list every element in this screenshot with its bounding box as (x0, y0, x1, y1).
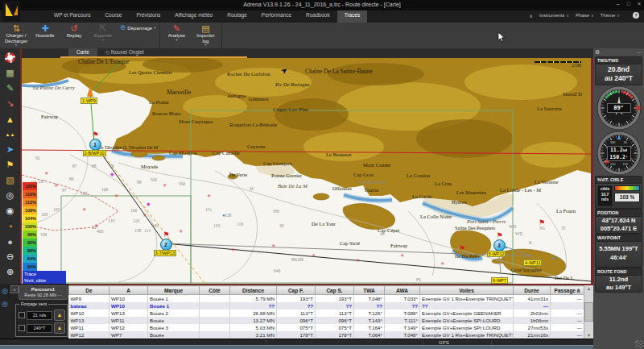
adrena-logo-icon (2, 1, 20, 21)
bearing-icon[interactable]: ↘ (2, 96, 18, 111)
buoy-sail-icon[interactable]: ⚑ (2, 157, 18, 172)
waypoint-marker[interactable]: ⚑35-WP12 (493, 239, 506, 251)
depth-sounding: 330 (40, 232, 47, 237)
menu-tab-pr-visions[interactable]: Prévisions (129, 10, 167, 23)
flag-marker[interactable]: ⚑ (539, 214, 545, 228)
mini-tool-icon[interactable]: ◎ (2, 287, 8, 295)
scrollbar-thumb[interactable] (584, 302, 593, 322)
waypoint-marker[interactable]: ⚑12-B/WP10 (89, 139, 101, 151)
route-tools-icon[interactable]: ✎ (2, 81, 18, 96)
wind-direction-picker-icon[interactable]: ▲ (54, 322, 65, 334)
column-header-cap-s-[interactable]: Cap S. (316, 286, 354, 295)
menu-tab-wp-et-parcours[interactable]: WP et Parcours (47, 10, 97, 23)
ribbon-button-nouvelle[interactable]: ✚Nouvelle (31, 23, 60, 39)
depth-sounding: 158 (134, 228, 141, 233)
menu-dropdown-phase[interactable]: Phase∨ (576, 13, 594, 18)
waypoint-value: 5.55MN 199°T46:44' (595, 242, 642, 268)
close-course-panel-button[interactable]: x (10, 285, 19, 293)
buoy-marker[interactable]: ▲4-WP11 (530, 252, 538, 267)
buoy-arrow-icon[interactable]: ➤ (2, 142, 18, 157)
place-label: Îlot De L (555, 275, 574, 280)
collapse-ribbon-icon[interactable]: ∧ (530, 13, 533, 19)
minimize-button[interactable]: – (617, 1, 620, 6)
place-label: La Verrerie (535, 179, 558, 185)
menu-tab-affichage-m-t-o[interactable]: Affichage météo (167, 10, 220, 23)
table-row[interactable]: WP12WP7Bouée3.21 MN178°T178°TT.064°T.048… (69, 331, 584, 339)
table-row[interactable]: WP11WP12Bouée 35.03 MN075°T075°TT.164°T.… (69, 324, 584, 331)
boat-marker[interactable]: 1-WP9 (87, 86, 93, 97)
table-cell: ?? (230, 302, 277, 310)
menu-tab-course[interactable]: Course (97, 10, 129, 23)
place-label: Aubagne (227, 93, 246, 98)
column-header-voiles[interactable]: Voiles (420, 286, 514, 295)
panel-menu-icon[interactable]: ··· (637, 50, 642, 56)
menu-tab-routage[interactable]: Routage (220, 10, 254, 23)
ribbon-button-d-pannage[interactable]: ⚙Dépannage▾ (118, 23, 158, 33)
table-row[interactable]: bateauWP10Bouée 1????????????— (69, 302, 584, 310)
menu-tab-performance[interactable]: Performance (254, 10, 299, 23)
buoy-symbol: ● (222, 213, 225, 218)
trace-legend-box[interactable]: Trace %vit. cible (23, 271, 66, 284)
mob-lifebuoy-icon[interactable] (2, 50, 18, 65)
chart-icon[interactable]: ▦ (2, 65, 18, 81)
buoy-pair-icon[interactable]: ▲▲ (2, 127, 18, 142)
table-cell: 27mn53s (514, 324, 551, 331)
scroll-up-icon[interactable]: ▲ (587, 285, 591, 292)
depth-sounding: WD (509, 224, 516, 229)
close-button[interactable]: × (638, 1, 641, 6)
column-header-distance[interactable]: Distance (230, 286, 277, 295)
place-label: Port Saint - Pierre (467, 218, 506, 224)
ribbon-button-charger-[interactable]: ⇅Charger /Décharger▾ (2, 23, 31, 47)
table-scrollbar[interactable]: ▲ ▼ (584, 285, 593, 339)
menu-dropdown-thème[interactable]: Thème∨ (601, 13, 620, 18)
column-header-passage-[interactable]: Passage à (551, 286, 584, 295)
mini-tool-icon[interactable]: ◎ (2, 300, 8, 308)
maximize-button[interactable]: □ (627, 1, 630, 6)
wind-speed-picker-icon[interactable]: ▲ (54, 310, 65, 321)
column-header-a[interactable]: A (109, 286, 148, 295)
buoy-marker[interactable]: ▲6-WP7 (497, 270, 506, 284)
menu-tab-traces[interactable]: Traces (337, 10, 368, 23)
chart-area[interactable]: Chaîne De L'EstaqueLes Quatre CheminsRoc… (22, 58, 593, 284)
column-header-awa[interactable]: AWA (385, 286, 420, 295)
compass-buoy-icon[interactable]: ◎ (2, 188, 18, 203)
column-header-twa[interactable]: TWA (354, 286, 385, 295)
place-label: La Crau (435, 181, 452, 186)
position-value: 43°17.624 N005°20.471 E (595, 217, 642, 234)
scroll-down-icon[interactable]: ▼ (587, 332, 591, 339)
column-header-de[interactable]: De (69, 286, 109, 295)
column-header-dur-e[interactable]: Durée (514, 286, 551, 295)
dropdown-caret-icon: ▾ (154, 27, 155, 30)
wind-direction-checkbox[interactable] (19, 325, 25, 331)
ribbon-button-importer[interactable]: ▤Importerlog▾ (191, 23, 220, 47)
menu-dropdown-instruments[interactable]: Instruments∨ (539, 13, 569, 18)
wind-speed-field[interactable]: 21 nds (27, 311, 52, 320)
resize-grip[interactable] (635, 340, 643, 348)
help-icon[interactable]: ? (633, 12, 639, 19)
flag-marker[interactable]: ⚑ (459, 239, 465, 254)
wind-speed-checkbox[interactable] (19, 312, 25, 318)
compass-buoys-icon[interactable]: ◉ (2, 203, 18, 218)
wind-direction-field[interactable]: 240°T (27, 324, 52, 333)
waypoint-marker[interactable]: ⚑23-7/WP13 (160, 239, 172, 251)
zoom-out-icon[interactable]: ⊖ (2, 249, 18, 264)
table-row[interactable]: WP10WP13Bouée 226.68 MN113°T113°TT.126°T… (69, 310, 584, 317)
buoy-drop-icon[interactable]: ▲ (2, 111, 18, 127)
compass-pointer-icon[interactable]: ◔ (2, 218, 18, 234)
pan-icon[interactable]: ● (2, 234, 18, 249)
legend-band: 116% (23, 190, 37, 198)
gear-icon[interactable]: ⚙ (595, 49, 600, 56)
table-cell: T.048° (385, 331, 420, 339)
menu-tab-roadbook[interactable]: Roadbook (299, 10, 337, 23)
table-row[interactable]: WP9WP10Bouée 15.79 MN193°T193°TT.048°T.0… (69, 295, 584, 303)
zoom-in-icon[interactable]: ⊕ (2, 264, 18, 280)
table-cell (551, 302, 584, 310)
legs-table[interactable]: DeAMarqueCôtéDistanceCap F.Cap S.TWAAWAV… (68, 285, 584, 339)
ribbon-button-analyse[interactable]: ✎Analyse▾ (162, 23, 191, 42)
column-header-c-t-[interactable]: Côté (200, 286, 230, 295)
table-row[interactable]: WP13WP11Bouée13.27 MN096°T096°TT.143°T.1… (69, 317, 584, 324)
chart-mark-icon[interactable]: ▧ (2, 172, 18, 188)
column-header-cap-f-[interactable]: Cap F. (277, 286, 316, 295)
ribbon-button-replay[interactable]: ↺Replay (60, 23, 89, 39)
column-header-marque[interactable]: Marque (148, 286, 200, 295)
